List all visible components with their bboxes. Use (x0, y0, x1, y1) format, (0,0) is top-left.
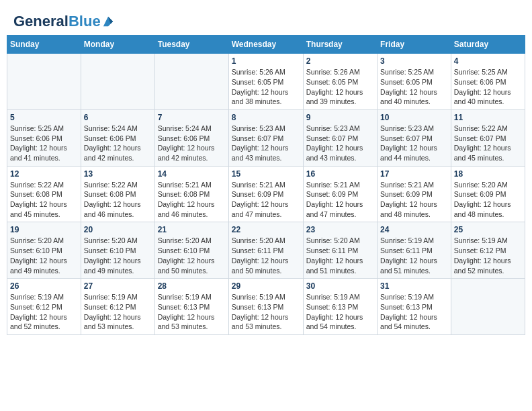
day-number: 5 (10, 113, 78, 122)
day-info: Sunrise: 5:23 AMSunset: 6:07 PMDaylight:… (306, 124, 374, 163)
calendar-cell: 12Sunrise: 5:22 AMSunset: 6:08 PMDayligh… (7, 166, 81, 222)
day-info: Sunrise: 5:20 AMSunset: 6:10 PMDaylight:… (84, 236, 152, 275)
day-number: 14 (158, 169, 226, 179)
day-number: 2 (306, 56, 374, 66)
day-info: Sunrise: 5:24 AMSunset: 6:06 PMDaylight:… (158, 124, 226, 163)
calendar-cell: 5Sunrise: 5:25 AMSunset: 6:06 PMDaylight… (7, 109, 81, 166)
calendar-cell: 3Sunrise: 5:25 AMSunset: 6:05 PMDaylight… (378, 54, 451, 110)
day-number: 26 (10, 281, 78, 291)
day-info: Sunrise: 5:20 AMSunset: 6:11 PMDaylight:… (232, 236, 300, 275)
calendar-cell (7, 54, 81, 110)
day-number: 3 (380, 56, 448, 66)
calendar-cell: 13Sunrise: 5:22 AMSunset: 6:08 PMDayligh… (81, 166, 154, 222)
day-number: 15 (232, 169, 300, 179)
day-info: Sunrise: 5:22 AMSunset: 6:08 PMDaylight:… (84, 180, 152, 220)
day-info: Sunrise: 5:22 AMSunset: 6:08 PMDaylight:… (10, 180, 78, 220)
calendar-cell: 22Sunrise: 5:20 AMSunset: 6:11 PMDayligh… (228, 222, 303, 279)
calendar-week-2: 5Sunrise: 5:25 AMSunset: 6:06 PMDaylight… (7, 109, 525, 166)
calendar-cell: 14Sunrise: 5:21 AMSunset: 6:08 PMDayligh… (154, 166, 228, 222)
logo: GeneralBlue (13, 13, 114, 30)
day-info: Sunrise: 5:20 AMSunset: 6:10 PMDaylight:… (158, 236, 226, 275)
day-number: 13 (84, 169, 152, 179)
calendar-cell: 6Sunrise: 5:24 AMSunset: 6:06 PMDaylight… (81, 109, 154, 166)
calendar-cell: 21Sunrise: 5:20 AMSunset: 6:10 PMDayligh… (154, 222, 228, 279)
calendar-week-1: 1Sunrise: 5:26 AMSunset: 6:05 PMDaylight… (7, 54, 525, 110)
day-number: 28 (158, 281, 226, 291)
day-number: 1 (232, 56, 300, 66)
calendar-cell: 28Sunrise: 5:19 AMSunset: 6:13 PMDayligh… (154, 279, 228, 335)
calendar-cell: 23Sunrise: 5:20 AMSunset: 6:11 PMDayligh… (303, 222, 377, 279)
day-info: Sunrise: 5:25 AMSunset: 6:05 PMDaylight:… (380, 67, 448, 107)
day-info: Sunrise: 5:24 AMSunset: 6:06 PMDaylight:… (84, 124, 152, 163)
day-number: 4 (454, 56, 522, 66)
day-info: Sunrise: 5:20 AMSunset: 6:11 PMDaylight:… (306, 236, 374, 275)
day-number: 27 (84, 281, 152, 291)
day-info: Sunrise: 5:19 AMSunset: 6:12 PMDaylight:… (84, 292, 152, 332)
day-number: 25 (454, 225, 522, 234)
calendar-cell: 9Sunrise: 5:23 AMSunset: 6:07 PMDaylight… (303, 109, 377, 166)
weekday-header-monday: Monday (81, 36, 154, 54)
weekday-header-saturday: Saturday (451, 36, 525, 54)
day-number: 6 (84, 113, 152, 122)
calendar-cell: 11Sunrise: 5:22 AMSunset: 6:07 PMDayligh… (451, 109, 525, 166)
day-info: Sunrise: 5:19 AMSunset: 6:13 PMDaylight:… (158, 292, 226, 332)
calendar-week-4: 19Sunrise: 5:20 AMSunset: 6:10 PMDayligh… (7, 222, 525, 279)
day-info: Sunrise: 5:23 AMSunset: 6:07 PMDaylight:… (232, 124, 300, 163)
day-number: 23 (306, 225, 374, 234)
day-info: Sunrise: 5:26 AMSunset: 6:05 PMDaylight:… (232, 67, 300, 107)
day-number: 30 (306, 281, 374, 291)
calendar-cell: 15Sunrise: 5:21 AMSunset: 6:09 PMDayligh… (228, 166, 303, 222)
day-number: 19 (10, 225, 78, 234)
day-info: Sunrise: 5:21 AMSunset: 6:08 PMDaylight:… (158, 180, 226, 220)
calendar-week-3: 12Sunrise: 5:22 AMSunset: 6:08 PMDayligh… (7, 166, 525, 222)
day-number: 16 (306, 169, 374, 179)
weekday-header-wednesday: Wednesday (228, 36, 303, 54)
day-info: Sunrise: 5:22 AMSunset: 6:07 PMDaylight:… (454, 124, 522, 163)
weekday-header-sunday: Sunday (7, 36, 81, 54)
calendar-header: SundayMondayTuesdayWednesdayThursdayFrid… (7, 36, 525, 54)
calendar-cell: 8Sunrise: 5:23 AMSunset: 6:07 PMDaylight… (228, 109, 303, 166)
day-info: Sunrise: 5:21 AMSunset: 6:09 PMDaylight:… (232, 180, 300, 220)
day-number: 31 (380, 281, 448, 291)
calendar-cell: 27Sunrise: 5:19 AMSunset: 6:12 PMDayligh… (81, 279, 154, 335)
day-info: Sunrise: 5:19 AMSunset: 6:11 PMDaylight:… (380, 236, 448, 275)
day-info: Sunrise: 5:19 AMSunset: 6:13 PMDaylight:… (380, 292, 448, 332)
weekday-header-tuesday: Tuesday (154, 36, 228, 54)
day-number: 24 (380, 225, 448, 234)
page-header: GeneralBlue (7, 7, 525, 35)
calendar-week-5: 26Sunrise: 5:19 AMSunset: 6:12 PMDayligh… (7, 279, 525, 335)
calendar-cell: 24Sunrise: 5:19 AMSunset: 6:11 PMDayligh… (378, 222, 451, 279)
day-number: 8 (232, 113, 300, 122)
calendar-cell: 20Sunrise: 5:20 AMSunset: 6:10 PMDayligh… (81, 222, 154, 279)
day-info: Sunrise: 5:26 AMSunset: 6:05 PMDaylight:… (306, 67, 374, 107)
logo-text: GeneralBlue (13, 13, 101, 30)
calendar-cell: 19Sunrise: 5:20 AMSunset: 6:10 PMDayligh… (7, 222, 81, 279)
day-number: 7 (158, 113, 226, 122)
day-number: 9 (306, 113, 374, 122)
day-info: Sunrise: 5:21 AMSunset: 6:09 PMDaylight:… (306, 180, 374, 220)
day-number: 10 (380, 113, 448, 122)
logo-icon (102, 15, 114, 28)
calendar-cell: 7Sunrise: 5:24 AMSunset: 6:06 PMDaylight… (154, 109, 228, 166)
day-number: 11 (454, 113, 522, 122)
day-info: Sunrise: 5:19 AMSunset: 6:13 PMDaylight:… (232, 292, 300, 332)
day-info: Sunrise: 5:25 AMSunset: 6:06 PMDaylight:… (454, 67, 522, 107)
day-info: Sunrise: 5:20 AMSunset: 6:10 PMDaylight:… (10, 236, 78, 275)
calendar-cell: 29Sunrise: 5:19 AMSunset: 6:13 PMDayligh… (228, 279, 303, 335)
day-info: Sunrise: 5:25 AMSunset: 6:06 PMDaylight:… (10, 124, 78, 163)
day-info: Sunrise: 5:19 AMSunset: 6:12 PMDaylight:… (454, 236, 522, 275)
calendar-cell (154, 54, 228, 110)
day-info: Sunrise: 5:19 AMSunset: 6:13 PMDaylight:… (306, 292, 374, 332)
day-info: Sunrise: 5:20 AMSunset: 6:09 PMDaylight:… (454, 180, 522, 220)
calendar-table: SundayMondayTuesdayWednesdayThursdayFrid… (7, 35, 525, 335)
day-number: 21 (158, 225, 226, 234)
day-number: 20 (84, 225, 152, 234)
calendar-cell: 18Sunrise: 5:20 AMSunset: 6:09 PMDayligh… (451, 166, 525, 222)
calendar-cell: 2Sunrise: 5:26 AMSunset: 6:05 PMDaylight… (303, 54, 377, 110)
day-number: 12 (10, 169, 78, 179)
day-number: 17 (380, 169, 448, 179)
calendar-cell: 25Sunrise: 5:19 AMSunset: 6:12 PMDayligh… (451, 222, 525, 279)
calendar-cell: 30Sunrise: 5:19 AMSunset: 6:13 PMDayligh… (303, 279, 377, 335)
day-number: 22 (232, 225, 300, 234)
day-info: Sunrise: 5:21 AMSunset: 6:09 PMDaylight:… (380, 180, 448, 220)
